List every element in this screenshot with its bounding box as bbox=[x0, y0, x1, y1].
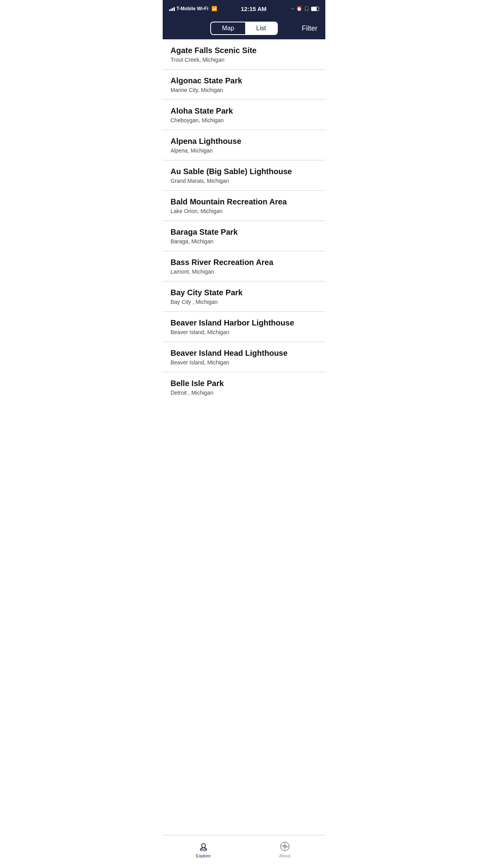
park-name: Beaver Island Head Lighthouse bbox=[171, 348, 317, 358]
status-right: → ⏰ 🎧 bbox=[290, 6, 319, 11]
park-location: Alpena, Michigan bbox=[171, 147, 317, 154]
nav-bar: Map List Filter bbox=[163, 17, 325, 39]
park-location: Grand Marais, Michigan bbox=[171, 178, 317, 184]
battery-icon bbox=[311, 7, 319, 11]
park-name: Au Sable (Big Sable) Lighthouse bbox=[171, 167, 317, 176]
park-location: Lake Orion, Michigan bbox=[171, 208, 317, 214]
park-location: Beaver Island, Michigan bbox=[171, 329, 317, 335]
carrier-label: T-Mobile Wi-Fi bbox=[176, 6, 208, 11]
park-location: Marine City, Michigan bbox=[171, 87, 317, 93]
list-item[interactable]: Aloha State ParkCheboygan, Michigan bbox=[163, 100, 325, 130]
status-left: T-Mobile Wi-Fi 📶 bbox=[169, 6, 217, 11]
status-bar: T-Mobile Wi-Fi 📶 12:15 AM → ⏰ 🎧 bbox=[163, 0, 325, 17]
list-item[interactable]: Au Sable (Big Sable) LighthouseGrand Mar… bbox=[163, 160, 325, 191]
park-name: Bass River Recreation Area bbox=[171, 257, 317, 267]
park-list: Agate Falls Scenic SiteTrout Creek, Mich… bbox=[163, 39, 325, 435]
list-item[interactable]: Alpena LighthouseAlpena, Michigan bbox=[163, 130, 325, 160]
park-name: Baraga State Park bbox=[171, 227, 317, 237]
park-name: Aloha State Park bbox=[171, 106, 317, 116]
list-item[interactable]: Beaver Island Harbor LighthouseBeaver Is… bbox=[163, 312, 325, 342]
list-item[interactable]: Bay City State ParkBay City , Michigan bbox=[163, 281, 325, 312]
list-item[interactable]: Algonac State ParkMarine City, Michigan bbox=[163, 70, 325, 100]
filter-button[interactable]: Filter bbox=[302, 24, 317, 33]
location-icon: → bbox=[290, 6, 295, 11]
map-tab[interactable]: Map bbox=[211, 22, 245, 34]
park-name: Bay City State Park bbox=[171, 288, 317, 297]
park-location: Detroit , Michigan bbox=[171, 390, 317, 396]
list-item[interactable]: Baraga State ParkBaraga, Michigan bbox=[163, 221, 325, 251]
park-name: Algonac State Park bbox=[171, 76, 317, 85]
headphones-icon: 🎧 bbox=[304, 6, 310, 11]
list-item[interactable]: Agate Falls Scenic SiteTrout Creek, Mich… bbox=[163, 39, 325, 70]
park-name: Beaver Island Harbor Lighthouse bbox=[171, 318, 317, 327]
park-location: Cheboygan, Michigan bbox=[171, 117, 317, 123]
park-name: Bald Mountain Recreation Area bbox=[171, 197, 317, 206]
list-item[interactable]: Beaver Island Head LighthouseBeaver Isla… bbox=[163, 342, 325, 372]
list-tab[interactable]: List bbox=[245, 22, 277, 34]
list-item[interactable]: Bass River Recreation AreaLamont, Michig… bbox=[163, 251, 325, 281]
park-location: Lamont, Michigan bbox=[171, 268, 317, 275]
park-name: Agate Falls Scenic Site bbox=[171, 46, 317, 55]
alarm-icon: ⏰ bbox=[296, 6, 302, 11]
list-item[interactable]: Belle Isle ParkDetroit , Michigan bbox=[163, 372, 325, 402]
park-location: Trout Creek, Michigan bbox=[171, 57, 317, 63]
park-location: Baraga, Michigan bbox=[171, 238, 317, 245]
wifi-icon: 📶 bbox=[211, 6, 217, 11]
segment-control[interactable]: Map List bbox=[210, 22, 278, 35]
park-name: Alpena Lighthouse bbox=[171, 136, 317, 146]
list-item[interactable]: Bald Mountain Recreation AreaLake Orion,… bbox=[163, 191, 325, 221]
status-time: 12:15 AM bbox=[241, 6, 266, 12]
park-location: Bay City , Michigan bbox=[171, 299, 317, 305]
signal-icon bbox=[169, 6, 175, 11]
park-location: Beaver Island, Michigan bbox=[171, 359, 317, 366]
park-name: Belle Isle Park bbox=[171, 379, 317, 388]
